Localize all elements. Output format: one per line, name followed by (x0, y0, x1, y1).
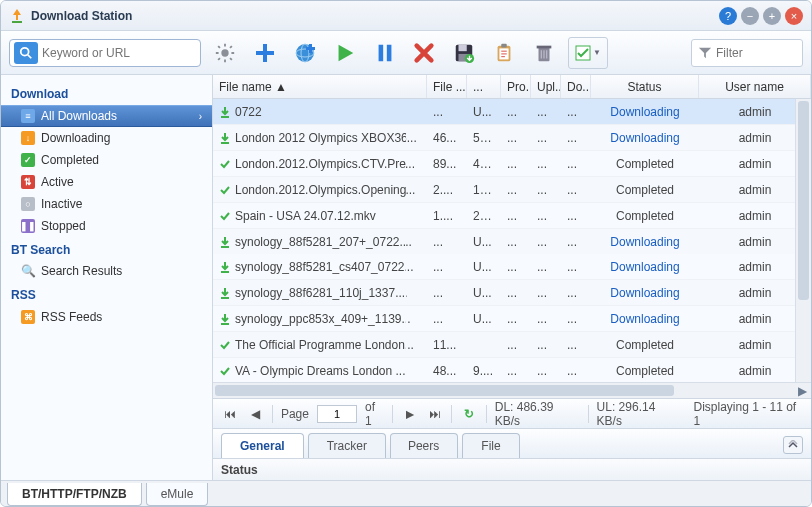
cell-downloaded: U... (467, 312, 501, 326)
help-button[interactable]: ? (719, 7, 737, 25)
search-input[interactable] (42, 46, 196, 60)
cell-status: Completed (591, 338, 699, 352)
table-row[interactable]: 0722...U............Downloadingadmin (213, 99, 811, 125)
sidebar-item-all-downloads[interactable]: ≡ All Downloads › (1, 105, 212, 127)
col-download[interactable]: Do... (561, 75, 591, 98)
list-icon: ≡ (21, 109, 35, 123)
table-row[interactable]: synology_88f5281_cs407_0722......U......… (213, 254, 811, 280)
svg-point-1 (21, 47, 29, 55)
svg-line-11 (230, 46, 232, 48)
clear-button[interactable] (528, 37, 560, 69)
cell-downloaded: 9.... (467, 364, 501, 378)
table-row[interactable]: London.2012.Olympics.CTV.Pre...89...45..… (213, 151, 811, 177)
next-page-button[interactable]: ▶ (401, 405, 417, 423)
filter-box[interactable] (691, 39, 803, 67)
cell-progress: ... (501, 157, 531, 171)
table-row[interactable]: London.2012.Olympics.Opening...2....11..… (213, 177, 811, 203)
add-button[interactable] (249, 37, 281, 69)
col-progress[interactable]: Pro... (501, 75, 531, 98)
pause-button[interactable] (369, 37, 401, 69)
collapse-detail-button[interactable] (783, 436, 803, 454)
cell-status: Downloading (591, 286, 699, 300)
col-status[interactable]: Status (591, 75, 699, 98)
refresh-button[interactable]: ↻ (460, 405, 477, 423)
clipboard-button[interactable] (488, 37, 520, 69)
table-row[interactable]: The Official Programme London...11......… (213, 332, 811, 358)
cell-download: ... (561, 286, 591, 300)
col-upload[interactable]: Upl... (531, 75, 561, 98)
sidebar-item-completed[interactable]: ✓ Completed (1, 149, 212, 171)
filter-input[interactable] (716, 46, 796, 60)
tab-tracker[interactable]: Tracker (308, 433, 386, 458)
check-icon (219, 365, 231, 377)
titlebar: Download Station ? − + × (1, 1, 811, 31)
check-icon (219, 339, 231, 351)
cell-status: Downloading (591, 312, 699, 326)
detail-tabs: General Tracker Peers File (213, 428, 811, 458)
cell-filesize: ... (427, 260, 467, 274)
first-page-button[interactable]: ⏮ (221, 405, 238, 423)
svg-point-3 (221, 49, 228, 56)
check-icon: ✓ (21, 153, 35, 167)
table-row[interactable]: synology_ppc853x_409+_1139......U.......… (213, 306, 811, 332)
search-icon (14, 42, 38, 64)
bottom-tab-bt[interactable]: BT/HTTP/FTP/NZB (7, 483, 142, 506)
file-name: London.2012.Olympics.CTV.Pre... (235, 157, 415, 171)
cell-filesize: 89... (427, 157, 467, 171)
cell-upload: ... (531, 338, 561, 352)
start-button[interactable] (329, 37, 361, 69)
add-url-button[interactable] (289, 37, 321, 69)
table-row[interactable]: Spain - USA 24.07.12.mkv1....26.........… (213, 203, 811, 229)
cell-download: ... (561, 338, 591, 352)
table-row[interactable]: London 2012 Olympics XBOX36...46...55...… (213, 125, 811, 151)
down-arrow-icon: ↓ (21, 131, 35, 145)
table-row[interactable]: synology_88f5281_207+_0722.......U......… (213, 229, 811, 254)
file-name: synology_88f6281_110j_1337.... (235, 286, 407, 300)
cell-status: Downloading (591, 260, 699, 274)
main-panel: File name ▲ File ... ... Pro... Upl... D… (213, 75, 811, 480)
sidebar-item-inactive[interactable]: ○ Inactive (1, 193, 212, 215)
save-button[interactable] (448, 37, 480, 69)
cell-status: Downloading (591, 105, 699, 119)
bottom-tab-emule[interactable]: eMule (146, 483, 209, 506)
scrollbar-horizontal[interactable]: ▶ (213, 382, 811, 398)
last-page-button[interactable]: ⏭ (426, 405, 443, 423)
minimize-button[interactable]: − (741, 7, 759, 25)
sidebar-item-rss-feeds[interactable]: ⌘ RSS Feeds (1, 306, 212, 328)
tab-peers[interactable]: Peers (390, 433, 458, 458)
close-button[interactable]: × (785, 7, 803, 25)
cell-progress: ... (501, 105, 531, 119)
page-input[interactable] (317, 405, 357, 423)
sidebar-item-label: Active (41, 175, 74, 189)
dl-speed-label: DL: 486.39 KB/s (495, 400, 580, 428)
cell-upload: ... (531, 131, 561, 145)
col-username[interactable]: User name (699, 75, 811, 98)
prev-page-button[interactable]: ◀ (246, 405, 263, 423)
maximize-button[interactable]: + (763, 7, 781, 25)
table-row[interactable]: synology_88f6281_110j_1337.......U......… (213, 280, 811, 306)
cell-downloaded: 11... (467, 183, 501, 197)
sidebar-item-active[interactable]: ⇅ Active (1, 171, 212, 193)
sidebar-item-search-results[interactable]: 🔍 Search Results (1, 260, 212, 282)
scrollbar-vertical[interactable] (795, 99, 811, 382)
col-filename[interactable]: File name ▲ (213, 75, 427, 98)
options-button[interactable]: ▼ (568, 37, 608, 69)
col-downloaded[interactable]: ... (467, 75, 501, 98)
tab-general[interactable]: General (221, 433, 304, 458)
sidebar-item-downloading[interactable]: ↓ Downloading (1, 127, 212, 149)
cell-progress: ... (501, 209, 531, 223)
sidebar-item-label: Search Results (41, 264, 122, 278)
cell-download: ... (561, 183, 591, 197)
bottom-tabs: BT/HTTP/FTP/NZB eMule (1, 480, 811, 506)
sidebar-item-label: Stopped (41, 219, 86, 233)
cell-progress: ... (501, 260, 531, 274)
search-box[interactable] (9, 39, 201, 67)
sidebar-section-bt-search: BT Search (1, 237, 212, 260)
sidebar-item-stopped[interactable]: ❚❚ Stopped (1, 215, 212, 237)
col-filesize[interactable]: File ... (427, 75, 467, 98)
delete-button[interactable] (408, 37, 440, 69)
tab-file[interactable]: File (462, 433, 519, 458)
table-row[interactable]: VA - Olympic Dreams London ...48...9....… (213, 358, 811, 382)
settings-button[interactable] (209, 37, 241, 69)
cell-progress: ... (501, 183, 531, 197)
